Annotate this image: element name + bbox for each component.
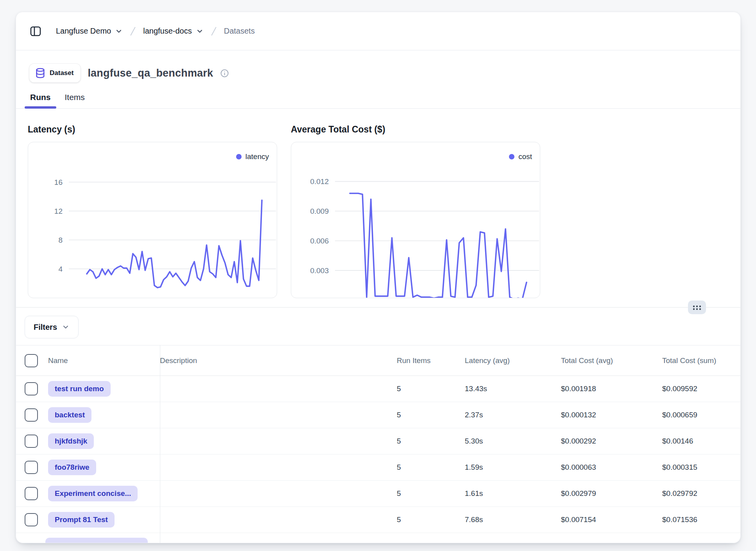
chevron-down-icon bbox=[115, 27, 123, 35]
tab-items[interactable]: Items bbox=[59, 93, 90, 108]
tab-bar: Runs Items bbox=[16, 87, 740, 109]
cell-latency-avg: 1.59s bbox=[465, 463, 561, 472]
svg-text:0.006: 0.006 bbox=[310, 237, 329, 245]
run-name-chip[interactable]: hjkfdshjk bbox=[48, 433, 94, 449]
svg-text:16: 16 bbox=[54, 178, 63, 186]
app-window: Langfuse Demo langfuse-docs Datasets bbox=[16, 12, 741, 543]
dataset-header: Dataset langfuse_qa_benchmark bbox=[16, 50, 740, 87]
database-icon bbox=[35, 68, 46, 79]
breadcrumb-datasets[interactable]: Datasets bbox=[224, 27, 255, 36]
run-name-chip[interactable]: backtest bbox=[48, 407, 91, 423]
column-header-description[interactable]: Description bbox=[160, 356, 397, 365]
breadcrumb-separator bbox=[129, 26, 137, 36]
legend-dot-icon bbox=[509, 154, 514, 159]
cost-line-plot: 0.0120.0090.0060.003 bbox=[291, 142, 540, 298]
breadcrumb-project[interactable]: Langfuse Demo bbox=[56, 27, 123, 36]
svg-text:8: 8 bbox=[58, 236, 63, 244]
run-name-chip[interactable]: test run demo bbox=[48, 381, 111, 397]
svg-text:0.009: 0.009 bbox=[310, 207, 329, 215]
row-checkbox[interactable] bbox=[25, 382, 38, 395]
cell-total-cost-avg: $0.002979 bbox=[561, 489, 662, 498]
filters-section: Filters bbox=[16, 308, 740, 345]
cell-latency-avg: 13.43s bbox=[465, 385, 561, 393]
cell-total-cost-avg: $0.000063 bbox=[561, 463, 662, 472]
cell-run-items: 5 bbox=[397, 515, 465, 524]
latency-line-plot: 161284 bbox=[28, 142, 277, 298]
cell-latency-avg: 1.61s bbox=[465, 489, 561, 498]
info-icon[interactable] bbox=[220, 69, 229, 78]
run-name-chip-partial bbox=[45, 538, 148, 543]
cell-run-items: 5 bbox=[397, 385, 465, 393]
filters-button-label: Filters bbox=[34, 323, 57, 332]
tab-runs[interactable]: Runs bbox=[25, 93, 56, 108]
cell-total-cost-avg: $0.001918 bbox=[561, 385, 662, 393]
cost-legend: cost bbox=[509, 152, 532, 161]
panel-left-icon bbox=[29, 25, 42, 38]
svg-text:0.012: 0.012 bbox=[310, 177, 329, 186]
chevron-down-icon bbox=[62, 323, 70, 331]
legend-label: latency bbox=[245, 152, 269, 161]
table-row[interactable]: test run demo 5 13.43s $0.001918 $0.0095… bbox=[16, 376, 740, 402]
dataset-badge-label: Dataset bbox=[50, 69, 73, 77]
breadcrumb-project-label: Langfuse Demo bbox=[56, 27, 111, 36]
row-checkbox[interactable] bbox=[25, 513, 38, 526]
cell-total-cost-sum: $0.00146 bbox=[662, 437, 740, 445]
column-header-name[interactable]: Name bbox=[48, 356, 68, 365]
cell-run-items: 5 bbox=[397, 463, 465, 472]
resize-handle[interactable] bbox=[688, 301, 706, 314]
cell-total-cost-avg: $0.000132 bbox=[561, 411, 662, 419]
page-title: langfuse_qa_benchmark bbox=[88, 67, 213, 79]
sidebar-toggle-button[interactable] bbox=[29, 25, 42, 38]
latency-legend: latency bbox=[236, 152, 269, 161]
latency-chart: latency 161284 bbox=[28, 142, 277, 298]
charts-section: Latency (s) latency 161284 Average Total… bbox=[16, 109, 740, 298]
cell-latency-avg: 7.68s bbox=[465, 515, 561, 524]
run-name-chip[interactable]: Experiment concise... bbox=[48, 486, 138, 501]
cell-run-items: 5 bbox=[397, 437, 465, 445]
breadcrumb-separator bbox=[210, 26, 218, 36]
runs-table: Name Description Run Items Latency (avg)… bbox=[16, 345, 740, 543]
legend-dot-icon bbox=[236, 154, 242, 159]
cell-run-items: 5 bbox=[397, 489, 465, 498]
cell-latency-avg: 2.37s bbox=[465, 411, 561, 419]
cell-latency-avg: 5.30s bbox=[465, 437, 561, 445]
breadcrumb-organization[interactable]: langfuse-docs bbox=[143, 27, 204, 36]
run-name-chip[interactable]: Prompt 81 Test bbox=[48, 512, 115, 528]
cost-chart-title: Average Total Cost ($) bbox=[291, 123, 540, 135]
latency-chart-title: Latency (s) bbox=[28, 123, 277, 135]
select-all-checkbox[interactable] bbox=[25, 354, 38, 367]
cell-total-cost-sum: $0.029792 bbox=[662, 489, 740, 498]
cell-total-cost-sum: $0.000659 bbox=[662, 411, 740, 419]
row-checkbox[interactable] bbox=[25, 408, 38, 422]
legend-label: cost bbox=[518, 152, 532, 161]
row-checkbox[interactable] bbox=[25, 487, 38, 500]
cell-total-cost-sum: $0.009592 bbox=[662, 385, 740, 393]
cost-chart: cost 0.0120.0090.0060.003 bbox=[291, 142, 540, 298]
dataset-badge: Dataset bbox=[29, 64, 81, 82]
column-header-run-items[interactable]: Run Items bbox=[397, 356, 465, 365]
table-row[interactable]: hjkfdshjk 5 5.30s $0.000292 $0.00146 bbox=[16, 428, 740, 454]
svg-text:4: 4 bbox=[58, 265, 63, 273]
cell-total-cost-avg: $0.000292 bbox=[561, 437, 662, 445]
column-header-total-cost-sum[interactable]: Total Cost (sum) bbox=[662, 356, 740, 365]
table-row[interactable]: Experiment concise... 5 1.61s $0.002979 … bbox=[16, 481, 740, 507]
grip-dots-icon bbox=[692, 304, 702, 311]
cell-total-cost-sum: $0.071536 bbox=[662, 515, 740, 524]
section-divider bbox=[16, 307, 740, 308]
svg-text:0.003: 0.003 bbox=[310, 267, 329, 275]
table-row-partial bbox=[16, 533, 740, 543]
breadcrumb: Langfuse Demo langfuse-docs Datasets bbox=[56, 26, 255, 36]
table-row[interactable]: foo78riwe 5 1.59s $0.000063 $0.000315 bbox=[16, 454, 740, 481]
topbar: Langfuse Demo langfuse-docs Datasets bbox=[16, 12, 740, 50]
table-row[interactable]: backtest 5 2.37s $0.000132 $0.000659 bbox=[16, 402, 740, 428]
column-header-total-cost-avg[interactable]: Total Cost (avg) bbox=[561, 356, 662, 365]
row-checkbox[interactable] bbox=[25, 461, 38, 474]
table-header-row: Name Description Run Items Latency (avg)… bbox=[16, 345, 740, 376]
cell-run-items: 5 bbox=[397, 411, 465, 419]
run-name-chip[interactable]: foo78riwe bbox=[48, 460, 96, 475]
column-header-latency-avg[interactable]: Latency (avg) bbox=[465, 356, 561, 365]
row-checkbox[interactable] bbox=[25, 435, 38, 448]
table-row[interactable]: Prompt 81 Test 5 7.68s $0.007154 $0.0715… bbox=[16, 507, 740, 533]
chevron-down-icon bbox=[196, 27, 204, 35]
filters-button[interactable]: Filters bbox=[25, 316, 79, 338]
